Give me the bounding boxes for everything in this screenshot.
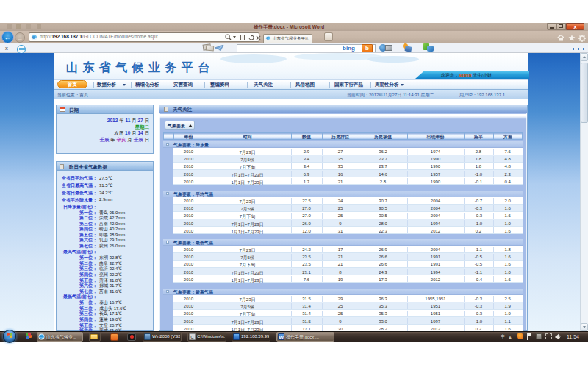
svg-text:e: e: [267, 35, 270, 40]
svg-text:e: e: [40, 333, 43, 340]
svg-text:e: e: [32, 34, 35, 40]
